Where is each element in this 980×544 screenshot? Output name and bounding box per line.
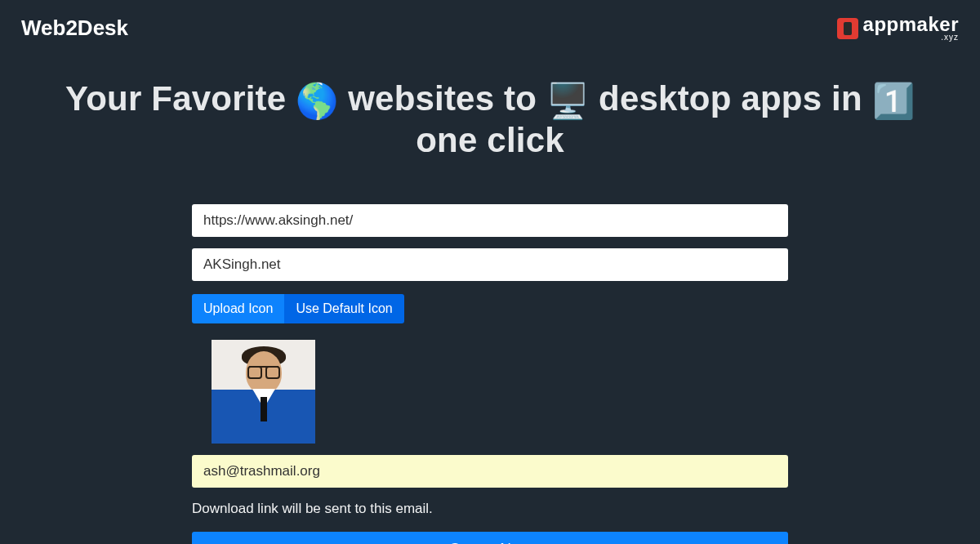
globe-icon: 🌎 <box>296 82 338 120</box>
icon-buttons-row: Upload Icon Use Default Icon <box>192 294 788 323</box>
hero-mid2: desktop apps in <box>589 79 871 118</box>
url-input[interactable] <box>192 204 788 237</box>
appmaker-logo[interactable]: appmaker .xyz <box>837 15 959 42</box>
email-help-text: Download link will be sent to this email… <box>192 501 788 517</box>
header: Web2Desk appmaker .xyz <box>0 0 980 42</box>
hero-pre: Your Favorite <box>65 79 296 118</box>
hero-mid1: websites to <box>338 79 546 118</box>
appmaker-text: appmaker <box>863 15 959 34</box>
form: Upload Icon Use Default Icon Download li… <box>192 204 788 544</box>
brand-title[interactable]: Web2Desk <box>21 16 128 41</box>
appmaker-text-stack: appmaker .xyz <box>863 15 959 42</box>
email-input[interactable] <box>192 455 788 488</box>
use-default-icon-button[interactable]: Use Default Icon <box>284 294 403 323</box>
hero-headline: Your Favorite 🌎 websites to 🖥️ desktop a… <box>0 79 980 160</box>
icon-preview-image <box>212 340 315 444</box>
upload-icon-button[interactable]: Upload Icon <box>192 294 284 323</box>
create-now-button[interactable]: Create Now <box>192 532 788 544</box>
one-icon: 1️⃣ <box>872 82 915 120</box>
app-name-input[interactable] <box>192 248 788 281</box>
appmaker-subtext: .xyz <box>941 33 959 42</box>
hero-post: one click <box>416 121 564 159</box>
appmaker-icon <box>837 18 858 39</box>
desktop-icon: 🖥️ <box>546 82 589 120</box>
